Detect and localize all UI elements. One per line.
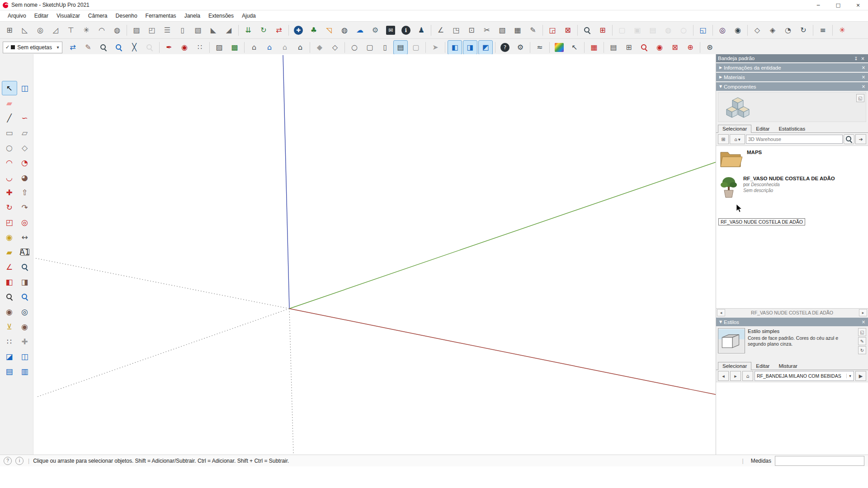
freehand-tool[interactable]: ∽ [17, 111, 33, 125]
zoom-icon[interactable] [96, 40, 111, 55]
paint-roller-tool[interactable]: ▰ [2, 245, 17, 259]
model-canvas[interactable] [33, 54, 716, 455]
view-iso-icon[interactable]: ◧ [448, 40, 462, 55]
close-icon[interactable]: × [859, 56, 866, 61]
camera-eye-tool[interactable]: ◉ [17, 319, 33, 334]
push-pull-tool[interactable]: ⇧ [17, 185, 33, 200]
section-components[interactable]: ▼ Componentes × [716, 82, 868, 91]
box-red-marks-icon[interactable]: ⊠ [561, 23, 575, 38]
offset-tool[interactable]: ◎ [17, 215, 33, 230]
component-swap-icon[interactable]: ⇄ [66, 40, 80, 55]
pin-box-icon[interactable]: ◳ [449, 23, 463, 38]
credits-icon[interactable]: ? [4, 457, 12, 465]
make-component-tool[interactable]: ◫ [17, 81, 33, 95]
forward-icon[interactable]: ▸ [730, 371, 741, 381]
arc3-tool[interactable]: ◡ [2, 170, 17, 185]
color-gradient-icon[interactable] [552, 40, 566, 55]
pin-icon[interactable]: ↧ [853, 56, 859, 61]
warehouse-cloud-icon[interactable]: ☁ [353, 23, 367, 38]
clipboard-blue-icon[interactable]: ◱ [696, 23, 710, 38]
measurements-input[interactable] [775, 456, 864, 466]
face-plane-icon[interactable]: ➤ [428, 40, 443, 55]
section-display-tool[interactable]: ◫ [17, 349, 33, 364]
rectangle-tool[interactable]: ▭ [2, 126, 17, 140]
message-icon[interactable]: ✉ [383, 23, 398, 38]
text-label-tool[interactable]: A1 [17, 245, 33, 259]
rotate-dark-icon[interactable]: ↻ [796, 23, 811, 38]
menu-editar[interactable]: Editar [30, 11, 52, 20]
section-materials[interactable]: ▶ Materiais × [716, 73, 868, 81]
offset-arc-tool[interactable]: ◕ [17, 170, 33, 185]
style-thumbnail[interactable] [718, 328, 745, 353]
section-fill-tool[interactable]: ▤ [2, 364, 17, 379]
tab-editar-estilos[interactable]: Editar [751, 362, 774, 370]
menu-ferramentas[interactable]: Ferramentas [142, 11, 180, 20]
sketchup-plus-icon[interactable]: ✳ [835, 23, 849, 38]
sample-paint-icon[interactable]: ✒ [162, 40, 176, 55]
walk-tool[interactable]: ∷ [2, 334, 17, 349]
box-red-tool[interactable]: ◧ [2, 275, 17, 289]
dimension-tool[interactable]: ↔ [17, 230, 33, 244]
prism-icon[interactable]: ◺ [18, 23, 32, 38]
back-icon[interactable]: ◂ [718, 371, 729, 381]
zoom-tool[interactable] [2, 290, 17, 304]
table-grid-icon[interactable]: ⊞ [622, 40, 636, 55]
move-tool[interactable]: ✚ [2, 185, 17, 200]
close-button[interactable]: × [848, 0, 868, 10]
tab-estatisticas[interactable]: Estatísticas [774, 125, 810, 133]
menu-desenho[interactable]: Desenho [112, 11, 142, 20]
tray-title-bar[interactable]: Bandeja padrão ↧ × [716, 54, 868, 62]
cube-outline-icon[interactable]: ◇ [750, 23, 764, 38]
pie-tool[interactable]: ◔ [17, 155, 33, 170]
compass-globe-icon[interactable]: ⊛ [703, 40, 717, 55]
close-icon[interactable]: × [860, 84, 867, 89]
select-tool[interactable]: ↖ [2, 81, 17, 95]
paint-edit-icon[interactable]: ✎ [81, 40, 95, 55]
home-icon[interactable]: ⌂ [742, 371, 753, 381]
menu-janela[interactable]: Janela [180, 11, 204, 20]
extension-gears-icon[interactable]: ⚙ [368, 23, 382, 38]
polyhedron-white-icon[interactable]: ◇ [328, 40, 342, 55]
prev-icon[interactable]: ◂ [717, 309, 725, 316]
section-cut-tool[interactable]: ▥ [17, 364, 33, 379]
box-red-arrow-icon[interactable]: ◲ [545, 23, 560, 38]
swap-arrows-icon[interactable]: ⇄ [272, 23, 286, 38]
zoom-window-icon[interactable] [112, 40, 126, 55]
polygon-tool[interactable]: ◇ [17, 141, 33, 155]
search-icon[interactable] [844, 134, 854, 144]
position-camera-tool[interactable]: ◉ [2, 305, 17, 319]
close-icon[interactable]: × [860, 319, 867, 324]
home-grid-icon[interactable]: ⌂ [262, 40, 277, 55]
arc-tool[interactable]: ◠ [2, 155, 17, 170]
terrain-orange-icon[interactable]: ◹ [322, 23, 336, 38]
grid-plane-icon[interactable]: ▦ [510, 23, 525, 38]
zoom-muted-icon[interactable] [142, 40, 157, 55]
menu-ajuda[interactable]: Ajuda [238, 11, 260, 20]
view-top-icon[interactable]: ◨ [463, 40, 477, 55]
home-dropdown-button[interactable]: ⌂ ▾ [730, 134, 745, 144]
brick-grid-icon[interactable]: ▦ [587, 40, 601, 55]
stairs-icon[interactable]: ☰ [160, 23, 175, 38]
tab-selecionar[interactable]: Selecionar [718, 125, 751, 133]
cube-solid-icon[interactable]: ◈ [765, 23, 780, 38]
eraser-tool[interactable]: ▰ [2, 96, 17, 110]
tape-measure-tool[interactable]: ◉ [2, 230, 17, 244]
pillar-icon[interactable]: ⊤ [64, 23, 78, 38]
tab-selecionar-estilos[interactable]: Selecionar [718, 362, 751, 370]
report-zoom-icon[interactable] [637, 40, 651, 55]
polyhedron-gray-icon[interactable]: ◆ [312, 40, 327, 55]
import-terrain-icon[interactable]: ⇊ [241, 23, 255, 38]
tags-dropdown[interactable]: ✓ Sem etiquetas ▾ [3, 42, 62, 53]
rotated-rectangle-tool[interactable]: ▱ [17, 126, 33, 140]
list-item-component[interactable]: RF_VASO NUDE COSTELA DE ADÃO por Desconh… [719, 175, 865, 198]
view-front-icon[interactable]: ◩ [478, 40, 493, 55]
knife-icon[interactable]: ✂ [480, 23, 494, 38]
menu-camera[interactable]: Câmera [84, 11, 112, 20]
user-icon[interactable]: ♟ [414, 23, 429, 38]
section-plane-tool[interactable]: ◪ [2, 349, 17, 364]
details-button[interactable]: ▶ [855, 371, 866, 381]
document-list-icon[interactable]: ▤ [606, 40, 621, 55]
spiral-icon[interactable]: ◉ [731, 23, 745, 38]
wedge-icon[interactable]: ◿ [48, 23, 63, 38]
look-around-tool[interactable]: ◎ [17, 305, 33, 319]
